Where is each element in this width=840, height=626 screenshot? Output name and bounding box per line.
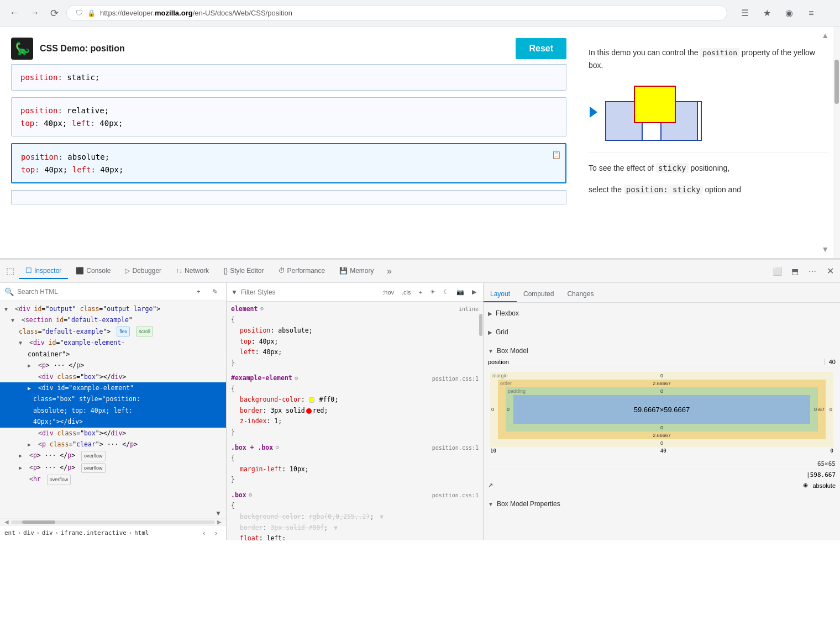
tab-performance[interactable]: ⏱ Performance xyxy=(272,264,332,279)
undock-button[interactable]: ⬒ xyxy=(787,264,802,279)
rule-body-example: background-color: #ff0; border: 3px soli… xyxy=(231,394,479,427)
tree-div-box-2[interactable]: <div class="box"></div> xyxy=(0,428,226,439)
tab-debugger[interactable]: ▷ Debugger xyxy=(118,264,168,279)
url-path: /en-US/docs/Web/CSS/position xyxy=(193,9,292,17)
scroll-down-arrow[interactable]: ▼ xyxy=(215,509,222,517)
tree-p-overflow-1[interactable]: ▶ <p> ··· </p> overflow xyxy=(0,450,226,461)
demo-text-2a: To see the effect of xyxy=(589,164,656,172)
color-swatch-red[interactable] xyxy=(306,408,312,414)
page-scrollbar-thumb[interactable] xyxy=(834,60,839,104)
copy-icon[interactable]: 📋 xyxy=(552,149,561,161)
tab-console[interactable]: ⬛ Console xyxy=(69,264,117,279)
grid-header[interactable]: ▶ Grid xyxy=(488,326,836,338)
filter-icon-bgcolor[interactable]: ▼ xyxy=(380,513,384,520)
scroll-up-btn[interactable]: ▲ xyxy=(821,31,829,40)
tree-p-overflow-2[interactable]: ▶ <p> ··· </p> overflow xyxy=(0,462,226,474)
cls-button[interactable]: .cls xyxy=(400,288,413,297)
tree-p-1[interactable]: ▶ <p> ··· </p> xyxy=(0,360,226,371)
tab-layout[interactable]: Layout xyxy=(484,287,517,302)
devtools-more-button[interactable]: ⋯ xyxy=(805,264,820,279)
bc-item-ent[interactable]: ent xyxy=(4,529,15,536)
back-button[interactable]: ← xyxy=(7,6,22,21)
reset-button[interactable]: Reset xyxy=(516,38,566,59)
tab-computed[interactable]: Computed xyxy=(517,287,560,302)
hscroll-thumb[interactable] xyxy=(22,520,55,524)
light-mode-button[interactable]: ☀ xyxy=(428,287,438,297)
scroll-down-btn[interactable]: ▼ xyxy=(821,245,829,254)
color-swatch-yellow[interactable] xyxy=(309,397,314,403)
css-left-prop-2: left xyxy=(72,119,91,128)
css-left-prop-3: left xyxy=(72,165,91,174)
bc-sep-2: › xyxy=(36,530,40,536)
tree-section-class[interactable]: class="default-example"> flex scroll xyxy=(0,326,226,338)
hscroll-right[interactable]: ▶ xyxy=(217,519,222,525)
tree-div-output[interactable]: ▼ <div id="output" class="output large"> xyxy=(0,303,226,314)
play-button[interactable] xyxy=(590,107,597,118)
screenshots-button[interactable]: 📷 xyxy=(454,287,466,297)
element-picker-button[interactable]: ⬚ xyxy=(2,264,18,279)
rule-gear-box[interactable]: ⚙ xyxy=(249,490,253,501)
bc-item-div-1[interactable]: div xyxy=(23,529,34,536)
bc-prev-button[interactable]: ‹ xyxy=(198,528,209,539)
pocket-button[interactable]: ◉ xyxy=(780,4,798,22)
box-model-header[interactable]: ▼ Box Model xyxy=(488,345,836,357)
hov-button[interactable]: :hov xyxy=(380,288,396,297)
tree-div-example-element-3[interactable]: absolute; top: 40px; left: xyxy=(0,405,226,416)
tab-style-editor[interactable]: {} Style Editor xyxy=(217,264,270,279)
style-rule-box: .box ⚙ position.css:1 { background-color… xyxy=(231,490,479,540)
code-box-absolute[interactable]: 📋 position: absolute; top: 40px; left: 4… xyxy=(11,143,566,183)
rule-body-box: background-color: rgba(0,0,255,.2); ▼ bo… xyxy=(231,512,479,540)
code-box-static[interactable]: position: static; xyxy=(11,64,566,91)
tab-inspector[interactable]: ☐ Inspector xyxy=(19,263,68,279)
new-rule-button[interactable]: + xyxy=(417,288,424,297)
tree-div-example-element-2[interactable]: class="box" style="position: xyxy=(0,393,226,404)
tree-div-container[interactable]: ▼ <div id="example-element- xyxy=(0,337,226,348)
flexbox-header[interactable]: ▶ Flexbox xyxy=(488,307,836,319)
bc-sep-1: › xyxy=(18,530,21,536)
rule-gear-box-plus-box[interactable]: ⚙ xyxy=(275,443,279,453)
tree-section-default[interactable]: ▼ <section id="default-example" xyxy=(0,314,226,325)
layout-tabs: Layout Computed Changes xyxy=(484,283,840,303)
tab-network[interactable]: ↑↓ Network xyxy=(169,264,216,279)
toggle-changes-button[interactable]: ▶ xyxy=(470,287,479,297)
layout-content: ▶ Flexbox ▶ Grid ▼ xyxy=(484,303,840,540)
tree-p-clear[interactable]: ▶ <p class="clear"> ··· </p> xyxy=(0,439,226,450)
tab-memory[interactable]: 💾 Memory xyxy=(333,264,380,279)
code-box-relative[interactable]: position: relative; top: 40px; left: 40p… xyxy=(11,97,566,136)
html-search-input[interactable] xyxy=(17,288,188,296)
position-row: position 40 xyxy=(488,357,836,367)
flexbox-arrow: ▶ xyxy=(488,311,492,317)
forward-button[interactable]: → xyxy=(27,6,42,21)
tree-div-example-element-4[interactable]: 40px;"></div> xyxy=(0,416,226,427)
bc-item-iframe[interactable]: iframe.interactive xyxy=(61,529,127,536)
box-model-properties-header[interactable]: ▼ Box Model Properties xyxy=(488,498,836,510)
tree-div-example-element[interactable]: ▶ <div id="example-element" xyxy=(0,382,226,393)
tree-hr-overflow[interactable]: <hr overflow xyxy=(0,474,226,485)
add-node-button[interactable]: + xyxy=(192,285,205,298)
rule-gear-example[interactable]: ⚙ xyxy=(295,374,298,384)
url-prefix: https://developer. xyxy=(100,9,155,17)
bc-next-button[interactable]: › xyxy=(211,528,222,539)
close-devtools-button[interactable]: ✕ xyxy=(822,264,838,279)
address-bar[interactable]: 🛡 🔒 https://developer.mozilla.org/en-US/… xyxy=(66,5,727,21)
css-position-val-1: static; xyxy=(67,73,99,82)
reader-view-button[interactable]: ☰ xyxy=(736,4,754,22)
style-rule-element: element ⚙ inline { position: absolute; t… xyxy=(231,304,479,369)
dark-mode-button[interactable]: ☾ xyxy=(441,287,451,297)
split-view-button[interactable]: ⬜ xyxy=(769,264,785,279)
styles-scrollbar-thumb[interactable] xyxy=(479,314,482,336)
bc-item-html[interactable]: html xyxy=(134,529,149,536)
filter-icon-border[interactable]: ▼ xyxy=(334,524,338,532)
filter-styles-input[interactable] xyxy=(241,288,377,296)
more-tabs-button[interactable]: » xyxy=(382,264,397,279)
rule-gear-element[interactable]: ⚙ xyxy=(260,304,264,314)
tab-changes[interactable]: Changes xyxy=(560,287,600,302)
tree-div-box-1[interactable]: <div class="box"></div> xyxy=(0,371,226,382)
bookmark-button[interactable]: ★ xyxy=(758,4,776,22)
hscroll-left[interactable]: ◀ xyxy=(4,519,9,525)
bc-item-div-2[interactable]: div xyxy=(42,529,53,536)
reload-button[interactable]: ⟳ xyxy=(46,6,62,21)
tree-div-container-2[interactable]: container"> xyxy=(0,349,226,360)
pick-element-button[interactable]: ✎ xyxy=(208,285,222,298)
menu-button[interactable]: ≡ xyxy=(802,4,820,22)
